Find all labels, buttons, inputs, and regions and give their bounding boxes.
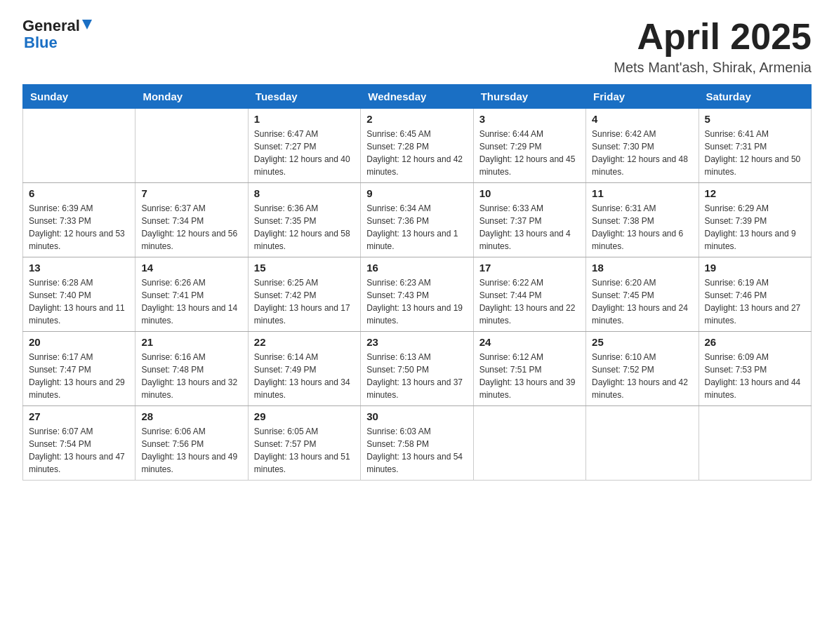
day-number: 11 [592, 187, 692, 199]
calendar-cell-w1-d1 [135, 109, 248, 183]
calendar-cell-w2-d3: 9Sunrise: 6:34 AMSunset: 7:36 PMDaylight… [361, 183, 473, 257]
calendar-cell-w5-d4 [473, 406, 585, 481]
week-row-5: 27Sunrise: 6:07 AMSunset: 7:54 PMDayligh… [23, 406, 812, 481]
day-number: 30 [366, 410, 467, 422]
day-info: Sunrise: 6:06 AMSunset: 7:56 PMDaylight:… [141, 425, 241, 476]
day-info: Sunrise: 6:36 AMSunset: 7:35 PMDaylight:… [254, 202, 355, 253]
day-number: 18 [592, 262, 692, 274]
header-thursday: Thursday [473, 85, 585, 109]
calendar-cell-w3-d6: 19Sunrise: 6:19 AMSunset: 7:46 PMDayligh… [699, 257, 811, 332]
day-info: Sunrise: 6:05 AMSunset: 7:57 PMDaylight:… [254, 425, 355, 476]
week-row-1: 1Sunrise: 6:47 AMSunset: 7:27 PMDaylight… [23, 109, 812, 183]
header-saturday: Saturday [699, 85, 811, 109]
calendar-cell-w5-d3: 30Sunrise: 6:03 AMSunset: 7:58 PMDayligh… [361, 406, 473, 481]
day-number: 10 [479, 187, 580, 199]
week-row-4: 20Sunrise: 6:17 AMSunset: 7:47 PMDayligh… [23, 332, 812, 406]
day-number: 4 [592, 113, 692, 125]
calendar-cell-w4-d2: 22Sunrise: 6:14 AMSunset: 7:49 PMDayligh… [248, 332, 360, 406]
header-tuesday: Tuesday [248, 85, 360, 109]
day-info: Sunrise: 6:07 AMSunset: 7:54 PMDaylight:… [29, 425, 129, 476]
calendar-cell-w2-d6: 12Sunrise: 6:29 AMSunset: 7:39 PMDayligh… [699, 183, 811, 257]
svg-marker-0 [82, 20, 92, 29]
logo-blue-text: Blue [24, 34, 58, 51]
day-number: 12 [705, 187, 805, 199]
calendar-cell-w3-d0: 13Sunrise: 6:28 AMSunset: 7:40 PMDayligh… [23, 257, 135, 332]
day-info: Sunrise: 6:23 AMSunset: 7:43 PMDaylight:… [366, 276, 467, 327]
day-info: Sunrise: 6:16 AMSunset: 7:48 PMDaylight:… [141, 351, 241, 401]
weekday-header-row: Sunday Monday Tuesday Wednesday Thursday… [23, 85, 812, 109]
day-info: Sunrise: 6:31 AMSunset: 7:38 PMDaylight:… [592, 202, 692, 253]
logo: General Blue [22, 17, 94, 52]
day-number: 24 [479, 336, 580, 348]
calendar-cell-w2-d1: 7Sunrise: 6:37 AMSunset: 7:34 PMDaylight… [135, 183, 248, 257]
day-number: 6 [29, 187, 129, 199]
calendar-cell-w5-d1: 28Sunrise: 6:06 AMSunset: 7:56 PMDayligh… [135, 406, 248, 481]
day-info: Sunrise: 6:33 AMSunset: 7:37 PMDaylight:… [479, 202, 580, 253]
day-info: Sunrise: 6:47 AMSunset: 7:27 PMDaylight:… [254, 128, 355, 178]
day-number: 7 [141, 187, 241, 199]
day-info: Sunrise: 6:10 AMSunset: 7:52 PMDaylight:… [592, 351, 692, 401]
calendar-cell-w5-d6 [699, 406, 811, 481]
calendar-cell-w3-d3: 16Sunrise: 6:23 AMSunset: 7:43 PMDayligh… [361, 257, 473, 332]
title-block: April 2025 Mets Mant'ash, Shirak, Armeni… [614, 17, 812, 76]
day-number: 16 [366, 262, 467, 274]
header-friday: Friday [586, 85, 699, 109]
day-info: Sunrise: 6:14 AMSunset: 7:49 PMDaylight:… [254, 351, 355, 401]
day-number: 26 [705, 336, 805, 348]
day-info: Sunrise: 6:39 AMSunset: 7:33 PMDaylight:… [29, 202, 129, 253]
day-number: 5 [705, 113, 805, 125]
calendar-cell-w2-d2: 8Sunrise: 6:36 AMSunset: 7:35 PMDaylight… [248, 183, 360, 257]
calendar-cell-w3-d5: 18Sunrise: 6:20 AMSunset: 7:45 PMDayligh… [586, 257, 699, 332]
day-info: Sunrise: 6:42 AMSunset: 7:30 PMDaylight:… [592, 128, 692, 178]
day-number: 19 [705, 262, 805, 274]
day-info: Sunrise: 6:13 AMSunset: 7:50 PMDaylight:… [366, 351, 467, 401]
calendar-cell-w4-d6: 26Sunrise: 6:09 AMSunset: 7:53 PMDayligh… [699, 332, 811, 406]
page-header: General Blue April 2025 Mets Mant'ash, S… [22, 17, 812, 76]
day-number: 3 [479, 113, 580, 125]
day-info: Sunrise: 6:26 AMSunset: 7:41 PMDaylight:… [141, 276, 241, 327]
calendar-cell-w1-d6: 5Sunrise: 6:41 AMSunset: 7:31 PMDaylight… [699, 109, 811, 183]
day-number: 25 [592, 336, 692, 348]
calendar-cell-w1-d4: 3Sunrise: 6:44 AMSunset: 7:29 PMDaylight… [473, 109, 585, 183]
week-row-2: 6Sunrise: 6:39 AMSunset: 7:33 PMDaylight… [23, 183, 812, 257]
day-number: 23 [366, 336, 467, 348]
calendar-cell-w1-d2: 1Sunrise: 6:47 AMSunset: 7:27 PMDaylight… [248, 109, 360, 183]
day-number: 14 [141, 262, 241, 274]
calendar-cell-w5-d0: 27Sunrise: 6:07 AMSunset: 7:54 PMDayligh… [23, 406, 135, 481]
calendar-table: Sunday Monday Tuesday Wednesday Thursday… [22, 84, 812, 481]
day-number: 27 [29, 410, 129, 422]
calendar-cell-w4-d5: 25Sunrise: 6:10 AMSunset: 7:52 PMDayligh… [586, 332, 699, 406]
calendar-cell-w2-d0: 6Sunrise: 6:39 AMSunset: 7:33 PMDaylight… [23, 183, 135, 257]
week-row-3: 13Sunrise: 6:28 AMSunset: 7:40 PMDayligh… [23, 257, 812, 332]
calendar-cell-w3-d2: 15Sunrise: 6:25 AMSunset: 7:42 PMDayligh… [248, 257, 360, 332]
day-info: Sunrise: 6:37 AMSunset: 7:34 PMDaylight:… [141, 202, 241, 253]
day-number: 15 [254, 262, 355, 274]
day-info: Sunrise: 6:25 AMSunset: 7:42 PMDaylight:… [254, 276, 355, 327]
logo-arrow-icon [81, 17, 93, 35]
day-number: 8 [254, 187, 355, 199]
day-info: Sunrise: 6:28 AMSunset: 7:40 PMDaylight:… [29, 276, 129, 327]
logo-general-text: General [22, 17, 80, 35]
calendar-cell-w1-d0 [23, 109, 135, 183]
day-info: Sunrise: 6:44 AMSunset: 7:29 PMDaylight:… [479, 128, 580, 178]
calendar-cell-w4-d1: 21Sunrise: 6:16 AMSunset: 7:48 PMDayligh… [135, 332, 248, 406]
day-number: 28 [141, 410, 241, 422]
day-number: 20 [29, 336, 129, 348]
page-title: April 2025 [614, 17, 812, 57]
calendar-cell-w2-d5: 11Sunrise: 6:31 AMSunset: 7:38 PMDayligh… [586, 183, 699, 257]
day-info: Sunrise: 6:12 AMSunset: 7:51 PMDaylight:… [479, 351, 580, 401]
day-info: Sunrise: 6:20 AMSunset: 7:45 PMDaylight:… [592, 276, 692, 327]
calendar-cell-w5-d5 [586, 406, 699, 481]
calendar-cell-w2-d4: 10Sunrise: 6:33 AMSunset: 7:37 PMDayligh… [473, 183, 585, 257]
day-number: 1 [254, 113, 355, 125]
day-number: 17 [479, 262, 580, 274]
day-info: Sunrise: 6:34 AMSunset: 7:36 PMDaylight:… [366, 202, 467, 253]
header-wednesday: Wednesday [361, 85, 473, 109]
day-number: 22 [254, 336, 355, 348]
day-number: 21 [141, 336, 241, 348]
calendar-cell-w3-d1: 14Sunrise: 6:26 AMSunset: 7:41 PMDayligh… [135, 257, 248, 332]
day-info: Sunrise: 6:22 AMSunset: 7:44 PMDaylight:… [479, 276, 580, 327]
calendar-cell-w1-d5: 4Sunrise: 6:42 AMSunset: 7:30 PMDaylight… [586, 109, 699, 183]
day-info: Sunrise: 6:45 AMSunset: 7:28 PMDaylight:… [366, 128, 467, 178]
page-subtitle: Mets Mant'ash, Shirak, Armenia [614, 60, 812, 76]
